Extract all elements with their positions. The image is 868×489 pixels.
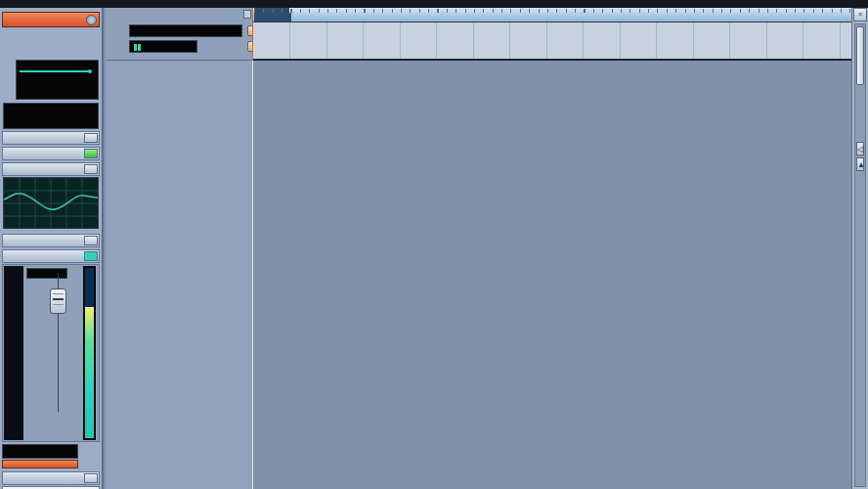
routing-box [3, 103, 99, 129]
section-eq-curve[interactable] [2, 162, 100, 176]
section-channel[interactable] [2, 249, 100, 263]
volume-slider[interactable] [20, 70, 90, 72]
inserts-state-icon[interactable] [84, 133, 98, 143]
arranger-part-select[interactable] [129, 24, 242, 37]
eq-curve-state-icon[interactable] [84, 164, 98, 174]
equalizers-state-icon[interactable] [84, 149, 98, 158]
sends-state-icon[interactable] [84, 236, 98, 245]
channel-strip [2, 264, 100, 442]
pan-row[interactable] [17, 73, 98, 86]
eq-curve-display[interactable] [3, 177, 99, 229]
channel-fader-handle[interactable] [50, 289, 66, 314]
playhead-ruler[interactable] [252, 8, 253, 61]
inspector-track-title[interactable] [2, 12, 100, 27]
level-readout [2, 444, 78, 459]
ruler-ticks [254, 9, 851, 13]
splitter-left-button[interactable]: ◁ [856, 142, 864, 156]
marker-select[interactable] [129, 40, 197, 53]
channel-level-meter [83, 266, 96, 440]
record-enable-icon[interactable] [86, 15, 97, 25]
info-line [0, 0, 868, 8]
channel-slot-column [4, 266, 23, 440]
daw-window: ⋮ ≡ [0, 0, 868, 489]
ruler-options-button[interactable]: ≡ [853, 8, 867, 22]
scroll-up-button[interactable]: ▲ [856, 157, 864, 171]
timeline-ruler[interactable] [252, 8, 851, 22]
delay-row[interactable] [17, 86, 98, 99]
playhead-line [252, 61, 253, 489]
marker-lane[interactable] [252, 22, 851, 61]
notepad-icon[interactable] [84, 473, 98, 483]
input-routing[interactable] [4, 104, 98, 115]
section-sends[interactable] [2, 234, 100, 247]
section-inserts[interactable] [2, 131, 100, 145]
vertical-scrollbar[interactable]: ◁ ▲ [854, 23, 866, 487]
arrangement-area [252, 8, 851, 489]
section-equalizers[interactable] [2, 147, 100, 160]
volume-row[interactable] [17, 61, 98, 73]
inspector-level-box [16, 60, 99, 100]
output-routing[interactable] [4, 115, 98, 127]
track-list-header: ⋮ [106, 8, 252, 61]
track-lanes [252, 62, 851, 489]
inspector-panel [0, 8, 104, 489]
scrollbar-thumb[interactable] [856, 26, 864, 85]
divider-dots-icon: ⋮ [234, 9, 242, 19]
channel-state-icon[interactable] [84, 251, 98, 261]
track-list-panel: ⋮ [106, 8, 252, 489]
header-square-icon[interactable] [243, 10, 251, 19]
section-notepad[interactable] [2, 471, 100, 485]
track-rows [106, 62, 252, 489]
clip-indicator[interactable] [2, 460, 78, 468]
inspector-fader-icons [2, 62, 15, 101]
channel-pan-box[interactable] [26, 268, 67, 279]
scrollbar-column: ≡ ◁ ▲ [851, 8, 868, 489]
